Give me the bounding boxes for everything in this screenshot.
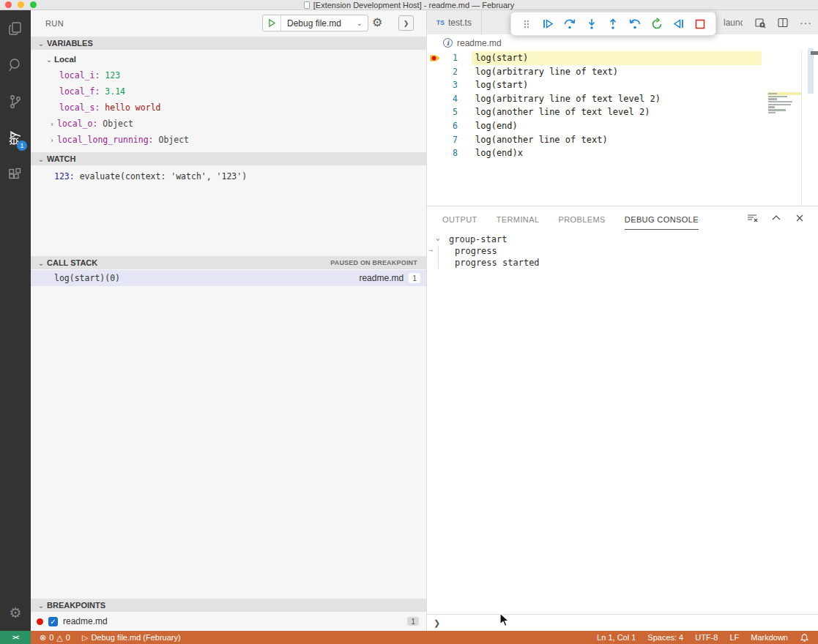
line-number: 1	[442, 51, 458, 65]
variable-row[interactable]: local_s: hello world	[31, 100, 426, 116]
restart-button[interactable]	[649, 16, 665, 32]
debug-console-icon[interactable]: ❯	[398, 15, 414, 31]
tab-launch-json[interactable]: launc	[715, 10, 743, 34]
editor-scrollbar[interactable]	[808, 48, 814, 94]
minimap[interactable]	[767, 92, 801, 165]
launch-config-dropdown[interactable]: Debug file.md ⌄	[281, 15, 368, 31]
window-controls[interactable]	[5, 1, 37, 8]
sidebar-item-run-debug[interactable]: 1	[0, 120, 31, 157]
status-bar: >< ⊗0 △0 ▷Debug file.md (February) Ln 1,…	[0, 631, 818, 644]
line-number: 7	[442, 133, 458, 147]
minimize-window-button[interactable]	[18, 1, 24, 8]
breadcrumb[interactable]: i readme.md	[427, 34, 818, 51]
tab-debug-console[interactable]: DEBUG CONSOLE	[625, 209, 699, 230]
encoding-status[interactable]: UTF-8	[695, 633, 718, 642]
current-breakpoint-icon[interactable]	[430, 53, 441, 63]
notifications-bell-icon[interactable]	[800, 633, 809, 643]
debug-badge: 1	[17, 141, 27, 151]
continue-button[interactable]	[540, 16, 556, 32]
document-icon	[304, 1, 310, 9]
tab-output[interactable]: OUTPUT	[442, 209, 477, 229]
step-back-button[interactable]	[627, 16, 643, 32]
debug-session-status[interactable]: ▷Debug file.md (February)	[82, 633, 181, 643]
debug-console-input[interactable]: ❯	[427, 614, 818, 631]
tab-problems[interactable]: PROBLEMS	[558, 209, 605, 229]
manage-button[interactable]: ⚙	[0, 594, 31, 631]
debug-console-output[interactable]: ⌄ group-start → progress progress starte…	[427, 233, 818, 270]
code-line[interactable]: 3log(start)	[427, 78, 818, 92]
start-debug-button[interactable]	[263, 15, 281, 31]
sidebar-item-explorer[interactable]	[0, 10, 31, 47]
close-panel-icon[interactable]	[795, 213, 805, 223]
open-preview-icon[interactable]	[754, 17, 766, 29]
mouse-cursor	[499, 613, 510, 628]
console-line[interactable]: group-start	[449, 233, 507, 245]
stop-button[interactable]	[692, 16, 708, 32]
toolbar-drag-handle[interactable]	[518, 16, 535, 32]
code-line[interactable]: 7log(another line of text)	[427, 133, 818, 147]
code-line[interactable]: 2log(arbitrary line of text)	[427, 65, 818, 79]
close-window-button[interactable]	[5, 1, 12, 8]
sidebar-item-source-control[interactable]	[0, 83, 31, 120]
step-into-button[interactable]	[584, 16, 600, 32]
split-editor-icon[interactable]	[777, 17, 789, 29]
paused-status-badge: PAUSED ON BREAKPOINT	[330, 259, 417, 266]
code-line[interactable]: 4log(arbitrary line of text level 2)	[427, 92, 818, 106]
watch-row[interactable]: 123: evaluate(context: 'watch', '123')	[31, 168, 426, 184]
line-number: 5	[442, 105, 458, 119]
sidebar-item-search[interactable]	[0, 47, 31, 83]
stack-frame-row[interactable]: log(start)(0) readme.md 1	[31, 270, 426, 286]
variables-section-header[interactable]: ⌄ VARIABLES	[31, 37, 426, 50]
code-line[interactable]: 6log(end)	[427, 119, 818, 133]
call-stack-title: CALL STACK	[47, 258, 97, 267]
console-line[interactable]: progress started	[455, 257, 540, 269]
reverse-continue-button[interactable]	[670, 16, 686, 32]
line-text: log(end)x	[472, 146, 762, 160]
error-icon: ⊗	[40, 633, 46, 643]
line-number: 8	[442, 146, 458, 160]
watch-section-header[interactable]: ⌄ WATCH	[31, 152, 426, 165]
code-line[interactable]: 5log(another line of text level 2)	[427, 105, 818, 119]
cursor-position-status[interactable]: Ln 1, Col 1	[597, 633, 636, 642]
editor-group: TS test.ts launc ··· i readme.md 1 log(s	[427, 10, 818, 631]
frame-line-badge: 1	[409, 273, 420, 283]
variable-row[interactable]: › local_long_running: Object	[31, 132, 426, 148]
code-line[interactable]: 8log(end)x	[427, 146, 818, 160]
language-mode-status[interactable]: Markdown	[751, 633, 788, 642]
frame-file: readme.md	[359, 273, 404, 283]
breakpoint-checkbox[interactable]: ✓	[48, 617, 58, 626]
maximize-panel-icon[interactable]	[771, 213, 781, 223]
info-icon: i	[443, 38, 453, 48]
breakpoint-row[interactable]: ✓ readme.md 1	[31, 613, 426, 629]
sidebar-item-extensions[interactable]	[0, 157, 31, 193]
breadcrumb-file: readme.md	[457, 38, 502, 48]
problems-status[interactable]: ⊗0 △0	[40, 633, 70, 643]
code-line[interactable]: 1 log(start)	[427, 51, 818, 65]
line-number: 4	[442, 92, 458, 106]
configure-gear-icon[interactable]: ⚙	[372, 16, 382, 29]
remote-indicator[interactable]: ><	[0, 631, 31, 644]
more-actions-icon[interactable]: ···	[800, 17, 812, 29]
step-over-button[interactable]	[562, 16, 578, 32]
eol-status[interactable]: LF	[729, 633, 739, 642]
extensions-icon	[7, 166, 24, 184]
tab-label: test.ts	[448, 18, 472, 28]
variables-title: VARIABLES	[47, 39, 93, 48]
tab-terminal[interactable]: TERMINAL	[497, 209, 540, 229]
indentation-status[interactable]: Spaces: 4	[647, 633, 683, 642]
code-editor[interactable]: 1 log(start) 2log(arbitrary line of text…	[427, 51, 818, 206]
tab-test-ts[interactable]: TS test.ts	[427, 10, 482, 34]
call-stack-section-header[interactable]: ⌄ CALL STACK PAUSED ON BREAKPOINT	[31, 256, 426, 269]
line-text: log(start)	[472, 78, 762, 92]
chevron-down-icon[interactable]: ⌄	[436, 233, 440, 242]
clear-console-icon[interactable]	[746, 212, 758, 224]
breakpoints-section-header[interactable]: ⌄ BREAKPOINTS	[31, 599, 426, 612]
variable-row[interactable]: local_f: 3.14	[31, 83, 426, 100]
variable-row[interactable]: local_i: 123	[31, 67, 426, 83]
zoom-window-button[interactable]	[30, 1, 37, 8]
panel-actions	[746, 212, 805, 224]
step-out-button[interactable]	[605, 16, 621, 32]
variable-row[interactable]: › local_o: Object	[31, 116, 426, 132]
scope-local[interactable]: ⌄ Local	[31, 51, 426, 67]
console-line[interactable]: progress	[455, 245, 497, 257]
